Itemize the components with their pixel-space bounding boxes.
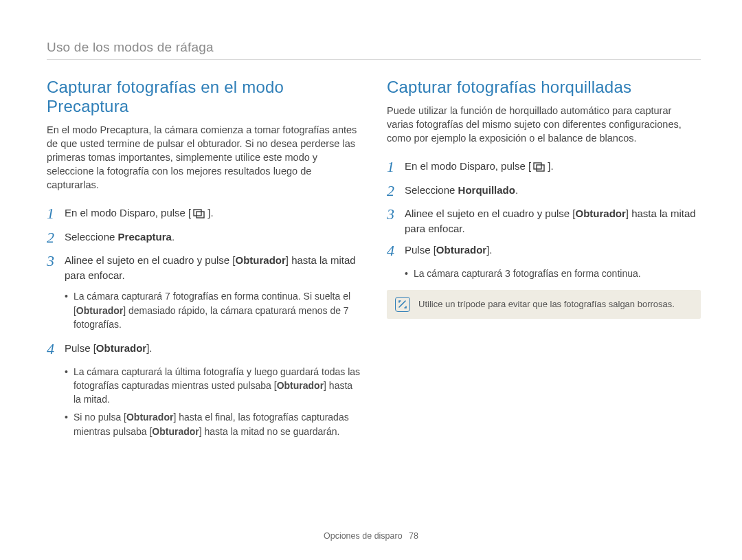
- step-text: En el modo Disparo, pulse [].: [65, 205, 361, 223]
- step-number: 1: [387, 159, 405, 176]
- intro-precapture: En el modo Precaptura, la cámara comienz…: [47, 123, 361, 192]
- steps-bracket: 1 En el modo Disparo, pulse []. 2 Selecc…: [387, 159, 701, 260]
- steps-precapture: 1 En el modo Disparo, pulse []. 2 Selecc…: [47, 205, 361, 282]
- step-3-sub: La cámara capturará 7 fotografías en for…: [65, 289, 361, 331]
- page-number: 78: [409, 531, 418, 541]
- bullet: La cámara capturará 7 fotografías en for…: [65, 289, 361, 331]
- note-box: Utilice un trípode para evitar que las f…: [387, 290, 701, 319]
- step-number: 1: [47, 205, 65, 223]
- footer-label: Opciones de disparo: [324, 531, 403, 541]
- step-1: 1 En el modo Disparo, pulse [].: [47, 205, 361, 223]
- step-number: 4: [47, 341, 65, 357]
- right-column: Capturar fotografías horquilladas Puede …: [387, 78, 701, 448]
- burst-icon: [192, 208, 206, 223]
- step-4-sub: La cámara capturará la última fotografía…: [65, 365, 361, 438]
- step-2: 2 Seleccione Horquillado.: [387, 183, 701, 199]
- step-3: 3 Alinee el sujeto en el cuadro y pulse …: [387, 206, 701, 236]
- step-4: 4 Pulse [Obturador].: [387, 243, 701, 259]
- page-footer: Opciones de disparo 78: [0, 531, 742, 541]
- step-number: 3: [47, 253, 65, 283]
- svg-rect-3: [537, 165, 544, 171]
- step-3: 3 Alinee el sujeto en el cuadro y pulse …: [47, 253, 361, 283]
- step-text: Seleccione Horquillado.: [405, 183, 701, 199]
- step-text: Pulse [Obturador].: [405, 243, 701, 259]
- note-text: Utilice un trípode para evitar que las f…: [418, 299, 675, 309]
- step-number: 3: [387, 206, 405, 236]
- left-column: Capturar fotografías en el modo Precaptu…: [47, 78, 361, 448]
- step-text: Seleccione Precaptura.: [65, 229, 361, 246]
- intro-bracket: Puede utilizar la función de horquillado…: [387, 104, 701, 145]
- step-number: 4: [387, 243, 405, 259]
- steps-precapture-cont: 4 Pulse [Obturador].: [47, 341, 361, 357]
- step-number: 2: [387, 183, 405, 199]
- manual-page: Uso de los modos de ráfaga Capturar foto…: [0, 0, 742, 560]
- svg-rect-1: [196, 212, 204, 218]
- step-text: En el modo Disparo, pulse [].: [405, 159, 701, 176]
- divider: [47, 59, 701, 60]
- step-4-sub: La cámara capturará 3 fotografías en for…: [405, 267, 701, 280]
- bullet: La cámara capturará la última fotografía…: [65, 365, 361, 407]
- svg-rect-0: [194, 210, 201, 216]
- step-text: Alinee el sujeto en el cuadro y pulse [O…: [65, 253, 361, 283]
- step-1: 1 En el modo Disparo, pulse [].: [387, 159, 701, 176]
- step-2: 2 Seleccione Precaptura.: [47, 229, 361, 246]
- breadcrumb: Uso de los modos de ráfaga: [47, 40, 701, 55]
- step-4: 4 Pulse [Obturador].: [47, 341, 361, 357]
- svg-rect-2: [534, 163, 541, 169]
- content-columns: Capturar fotografías en el modo Precaptu…: [47, 78, 701, 448]
- burst-icon: [532, 161, 546, 176]
- step-text: Pulse [Obturador].: [65, 341, 361, 357]
- bullet: La cámara capturará 3 fotografías en for…: [405, 267, 701, 280]
- step-number: 2: [47, 229, 65, 246]
- bullet: Si no pulsa [Obturador] hasta el final, …: [65, 410, 361, 438]
- note-icon: [395, 297, 410, 312]
- step-text: Alinee el sujeto en el cuadro y pulse [O…: [405, 206, 701, 236]
- heading-bracket: Capturar fotografías horquilladas: [387, 78, 701, 97]
- heading-precapture: Capturar fotografías en el modo Precaptu…: [47, 78, 361, 116]
